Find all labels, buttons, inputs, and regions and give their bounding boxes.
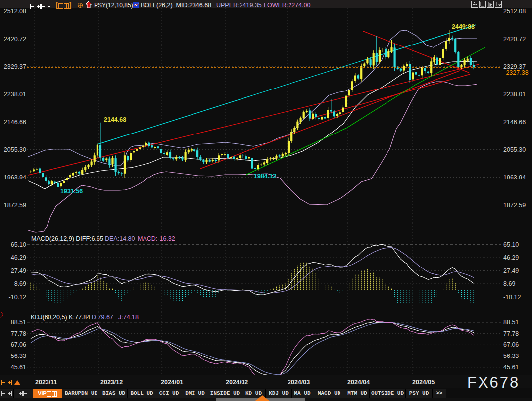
svg-text:8.69: 8.69 bbox=[503, 280, 515, 287]
svg-text:2144.68: 2144.68 bbox=[104, 116, 126, 123]
svg-text:2055.30: 2055.30 bbox=[4, 146, 26, 153]
svg-text:-10.12: -10.12 bbox=[9, 294, 26, 301]
svg-text:J:74.18: J:74.18 bbox=[118, 314, 139, 321]
svg-text:2146.66: 2146.66 bbox=[503, 119, 526, 126]
svg-text:2512.08: 2512.08 bbox=[503, 8, 526, 15]
svg-text:-10.12: -10.12 bbox=[503, 294, 521, 301]
svg-text:2238.01: 2238.01 bbox=[4, 91, 26, 98]
svg-text:1984.12: 1984.12 bbox=[254, 173, 276, 179]
svg-text:2329.37: 2329.37 bbox=[4, 63, 26, 70]
svg-text:46.29: 46.29 bbox=[503, 254, 519, 261]
svg-text:8.69: 8.69 bbox=[14, 280, 26, 287]
svg-text:2146.66: 2146.66 bbox=[4, 119, 26, 126]
svg-text:MACD(26,12,9) DIFF:6.65: MACD(26,12,9) DIFF:6.65 bbox=[31, 235, 103, 242]
svg-text:65.10: 65.10 bbox=[11, 241, 26, 248]
svg-text:1963.94: 1963.94 bbox=[503, 174, 526, 181]
svg-text:MACD:-16.32: MACD:-16.32 bbox=[138, 235, 175, 242]
svg-text:45.61: 45.61 bbox=[11, 364, 26, 371]
svg-text:2420.72: 2420.72 bbox=[503, 36, 526, 43]
svg-text:DEA:14.80: DEA:14.80 bbox=[105, 235, 135, 242]
svg-text:27.49: 27.49 bbox=[11, 267, 26, 274]
svg-text:56.33: 56.33 bbox=[503, 353, 519, 359]
svg-text:2238.01: 2238.01 bbox=[503, 91, 526, 98]
svg-text:2420.72: 2420.72 bbox=[4, 36, 26, 43]
svg-text:1872.59: 1872.59 bbox=[4, 202, 26, 209]
svg-text:KDJ(60,20,5) K:77.84: KDJ(60,20,5) K:77.84 bbox=[31, 314, 90, 321]
svg-text:46.29: 46.29 bbox=[11, 254, 26, 261]
svg-text:27.49: 27.49 bbox=[503, 267, 519, 274]
svg-text:77.78: 77.78 bbox=[503, 330, 519, 337]
svg-text:45.61: 45.61 bbox=[503, 364, 519, 371]
svg-text:88.51: 88.51 bbox=[11, 319, 26, 326]
svg-text:1963.94: 1963.94 bbox=[4, 174, 26, 181]
svg-text:2055.30: 2055.30 bbox=[503, 146, 526, 153]
svg-text:D:79.67: D:79.67 bbox=[92, 314, 113, 321]
svg-text:65.10: 65.10 bbox=[503, 241, 519, 248]
svg-text:56.33: 56.33 bbox=[11, 353, 26, 359]
svg-text:67.06: 67.06 bbox=[11, 341, 26, 348]
svg-text:1872.59: 1872.59 bbox=[503, 202, 526, 209]
svg-text:77.78: 77.78 bbox=[11, 330, 26, 337]
svg-text:88.51: 88.51 bbox=[503, 319, 519, 326]
svg-text:2512.08: 2512.08 bbox=[4, 8, 26, 15]
svg-text:1931.56: 1931.56 bbox=[60, 188, 83, 195]
svg-text:2449:88: 2449:88 bbox=[452, 23, 475, 30]
svg-text:67.06: 67.06 bbox=[503, 341, 519, 348]
